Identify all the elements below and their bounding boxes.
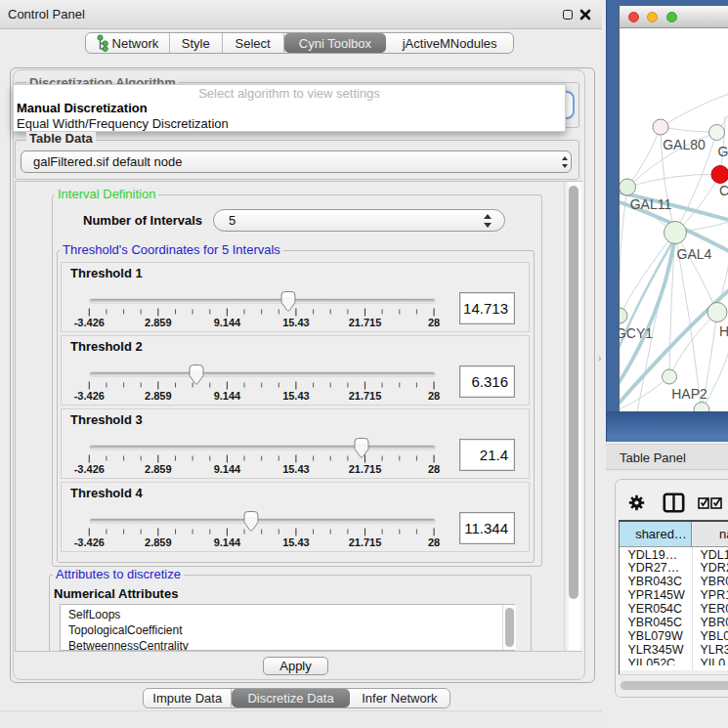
svg-text:GAL4: GAL4 (677, 246, 712, 262)
svg-text:GCY1: GCY1 (620, 325, 653, 341)
svg-text:GA: GA (718, 144, 728, 159)
svg-text:C: C (719, 183, 728, 198)
svg-text:HAP2: HAP2 (671, 386, 707, 402)
svg-text:H: H (719, 323, 728, 339)
svg-text:GAL11: GAL11 (630, 196, 672, 212)
svg-text:GAL80: GAL80 (663, 137, 706, 152)
